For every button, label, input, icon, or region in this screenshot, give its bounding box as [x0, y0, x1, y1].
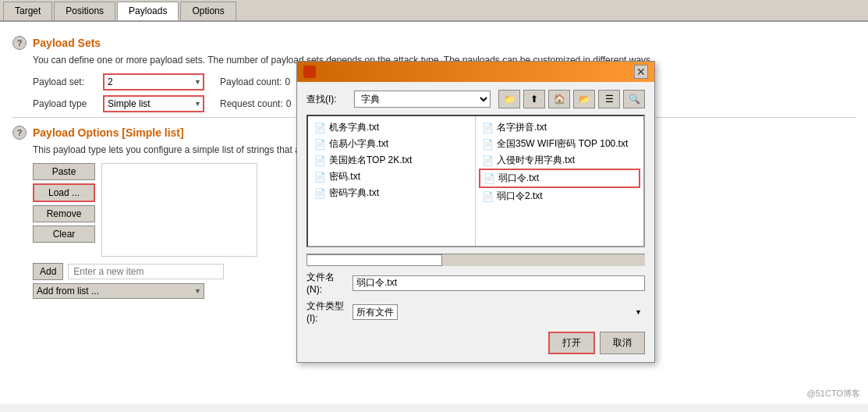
- dialog-filetype-label: 文件类型(I):: [306, 300, 349, 324]
- request-count-label: Request count:: [220, 98, 283, 109]
- payload-type-select[interactable]: Simple list: [103, 95, 204, 112]
- request-count-value: 0: [286, 98, 292, 109]
- payload-set-label: Payload set:: [33, 76, 103, 87]
- file-icon: 📄: [482, 155, 494, 166]
- list-item[interactable]: 📄 密码.txt: [311, 169, 472, 185]
- file-dialog: ✕ 查找(I): 字典 📁 ⬆ 🏠 📂 ☰ 🔍: [296, 61, 655, 363]
- list-item-selected[interactable]: 📄 弱口令.txt: [479, 169, 640, 188]
- file-name: 机务字典.txt: [329, 121, 379, 134]
- tab-target[interactable]: Target: [3, 2, 52, 20]
- remove-button[interactable]: Remove: [33, 205, 95, 222]
- file-name: 密码字典.txt: [329, 186, 379, 200]
- file-name: 入侵时专用字典.txt: [497, 154, 575, 167]
- list-item[interactable]: 📄 弱口令2.txt: [479, 188, 640, 204]
- toolbar-up-icon[interactable]: ⬆: [523, 90, 545, 108]
- dialog-close-button[interactable]: ✕: [634, 65, 648, 79]
- dialog-action-buttons: 打开 取消: [306, 332, 645, 354]
- file-icon: 📄: [482, 123, 494, 133]
- payload-count-label: Payload count:: [220, 76, 282, 87]
- file-name: 全国35W WIFI密码 TOP 100.txt: [497, 137, 628, 151]
- dialog-filetype-select[interactable]: 所有文件: [353, 304, 398, 320]
- load-button[interactable]: Load ...: [33, 183, 95, 202]
- file-icon: 📄: [484, 173, 495, 184]
- main-content: ? Payload Sets You can define one or mor…: [0, 22, 868, 404]
- dialog-app-icon: [303, 66, 316, 78]
- file-list-right: 📄 名字拼音.txt 📄 全国35W WIFI密码 TOP 100.txt 📄 …: [476, 116, 643, 246]
- add-from-select-wrapper: Add from list ...: [33, 283, 204, 299]
- file-icon: 📄: [314, 139, 326, 150]
- watermark: @51CTO博客: [807, 388, 860, 400]
- toolbar-new-folder-icon[interactable]: 📂: [573, 90, 595, 108]
- list-item[interactable]: 📄 机务字典.txt: [311, 119, 472, 136]
- dialog-body: 查找(I): 字典 📁 ⬆ 🏠 📂 ☰ 🔍 📄: [297, 82, 654, 362]
- dialog-cancel-button[interactable]: 取消: [600, 332, 645, 354]
- payload-type-label: Payload type: [33, 98, 103, 109]
- toolbar-search-icon[interactable]: 🔍: [623, 90, 645, 108]
- file-name: 名字拼音.txt: [497, 121, 547, 134]
- add-from-select[interactable]: Add from list ...: [33, 283, 204, 299]
- payload-count-value: 0: [285, 76, 290, 87]
- list-item[interactable]: 📄 信易小字典.txt: [311, 136, 472, 152]
- file-icon: 📄: [482, 139, 494, 150]
- payload-set-select[interactable]: 2 1: [103, 73, 204, 91]
- list-item[interactable]: 📄 密码字典.txt: [311, 185, 472, 201]
- toolbar-home-icon[interactable]: 🏠: [548, 90, 570, 108]
- payload-options-title: Payload Options [Simple list]: [33, 126, 184, 139]
- file-browser: 📄 机务字典.txt 📄 信易小字典.txt 📄 美国姓名TOP 2K.txt …: [306, 115, 645, 247]
- dialog-filetype-row: 文件类型(I): 所有文件: [306, 300, 645, 324]
- tab-options[interactable]: Options: [180, 2, 236, 20]
- file-icon: 📄: [482, 191, 494, 202]
- list-item[interactable]: 📄 美国姓名TOP 2K.txt: [311, 152, 472, 169]
- dialog-find-label: 查找(I):: [306, 93, 349, 106]
- list-item[interactable]: 📄 名字拼音.txt: [479, 119, 640, 136]
- file-browser-scrollbar[interactable]: [306, 254, 645, 266]
- dialog-path-select[interactable]: 字典: [354, 91, 491, 108]
- payload-options-help-icon[interactable]: ?: [12, 126, 27, 140]
- paste-button[interactable]: Paste: [33, 163, 95, 180]
- file-name: 密码.txt: [329, 170, 360, 183]
- tab-payloads[interactable]: Payloads: [117, 2, 179, 20]
- dialog-toolbar: 📁 ⬆ 🏠 📂 ☰ 🔍: [498, 90, 645, 108]
- payload-set-select-wrapper: 2 1: [103, 73, 204, 91]
- file-name: 弱口令.txt: [498, 172, 539, 185]
- file-icon: 📄: [314, 172, 326, 183]
- payload-list-area: [101, 163, 257, 257]
- file-list-left: 📄 机务字典.txt 📄 信易小字典.txt 📄 美国姓名TOP 2K.txt …: [308, 116, 476, 246]
- payload-sets-section: ? Payload Sets: [12, 36, 856, 50]
- file-name: 美国姓名TOP 2K.txt: [329, 154, 412, 167]
- toolbar-list-icon[interactable]: ☰: [598, 90, 620, 108]
- payload-type-select-wrapper: Simple list: [103, 95, 204, 112]
- add-input[interactable]: [68, 264, 224, 279]
- dialog-titlebar: ✕: [297, 62, 654, 82]
- file-icon: 📄: [314, 188, 326, 199]
- file-icon: 📄: [314, 155, 326, 166]
- payload-sets-title: Payload Sets: [33, 37, 101, 49]
- dialog-open-button[interactable]: 打开: [548, 332, 595, 354]
- dialog-filename-row: 文件名(N):: [306, 271, 645, 295]
- dialog-find-row: 查找(I): 字典 📁 ⬆ 🏠 📂 ☰ 🔍: [306, 90, 645, 108]
- file-name: 信易小字典.txt: [329, 137, 388, 151]
- toolbar-folder-icon[interactable]: 📁: [498, 90, 520, 108]
- btn-column: Paste Load ... Remove Clear: [33, 163, 95, 257]
- dialog-filename-input[interactable]: [353, 275, 645, 291]
- tab-positions[interactable]: Positions: [54, 2, 115, 20]
- clear-button[interactable]: Clear: [33, 226, 95, 243]
- file-icon: 📄: [314, 123, 326, 133]
- dialog-filetype-select-wrapper: 所有文件: [353, 304, 645, 320]
- file-name: 弱口令2.txt: [497, 190, 543, 203]
- payload-sets-help-icon[interactable]: ?: [12, 36, 27, 50]
- tab-bar: Target Positions Payloads Options: [0, 0, 868, 22]
- list-item[interactable]: 📄 全国35W WIFI密码 TOP 100.txt: [479, 136, 640, 152]
- list-item[interactable]: 📄 入侵时专用字典.txt: [479, 152, 640, 169]
- dialog-filename-label: 文件名(N):: [306, 271, 349, 295]
- add-button[interactable]: Add: [33, 263, 63, 280]
